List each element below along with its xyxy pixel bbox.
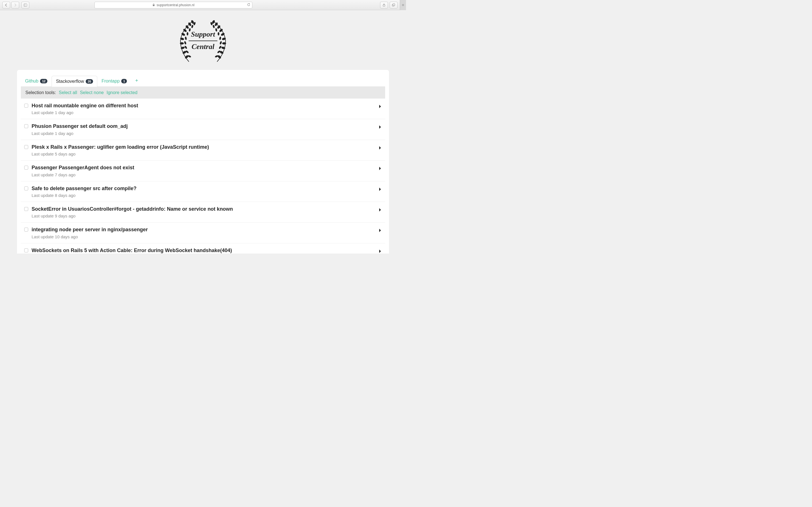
item-checkbox[interactable] [24, 124, 28, 128]
chevron-right-icon[interactable] [378, 187, 382, 193]
select-all-link[interactable]: Select all [59, 90, 77, 95]
forward-button[interactable] [11, 2, 19, 8]
svg-point-21 [184, 41, 187, 45]
tab-add-button[interactable]: + [131, 75, 142, 87]
share-button[interactable] [380, 2, 388, 8]
chevron-right-icon[interactable] [378, 104, 382, 110]
list-item[interactable]: integrating node peer server in nginx/pa… [21, 223, 385, 243]
tab-badge: 12 [40, 79, 47, 83]
item-meta: Last update 1 day ago [32, 131, 375, 136]
lock-icon [152, 3, 155, 7]
list-item[interactable]: SocketError in UsuariosController#forgot… [21, 202, 385, 223]
item-title: Phusion Passenger set default oom_adj [32, 123, 375, 129]
laurel-right-icon [207, 18, 233, 63]
item-meta: Last update 7 days ago [32, 172, 375, 177]
sidebar-toggle-button[interactable] [21, 2, 29, 8]
select-none-link[interactable]: Select none [80, 90, 104, 95]
item-meta: Last update 5 days ago [32, 152, 375, 156]
svg-point-27 [216, 25, 221, 29]
main-card: Github 12 Stackoverflow 26 Frontapp 1 + … [17, 70, 389, 253]
chevron-right-icon[interactable] [378, 125, 382, 131]
chevron-right-icon[interactable] [378, 249, 382, 253]
laurel-left-icon [173, 18, 199, 63]
svg-point-18 [189, 28, 191, 32]
tab-label: Stackoverflow [56, 79, 84, 84]
svg-point-41 [218, 45, 222, 49]
tabs-button[interactable] [390, 2, 398, 8]
item-checkbox[interactable] [24, 248, 28, 252]
item-checkbox[interactable] [24, 104, 28, 108]
svg-point-8 [185, 25, 189, 29]
item-title: integrating node peer server in nginx/pa… [32, 226, 375, 233]
svg-point-39 [219, 37, 221, 40]
page-content: Support Central Github 12 Stackoverflow … [0, 10, 406, 253]
svg-point-19 [187, 32, 188, 36]
item-meta: Last update 8 days ago [32, 193, 375, 198]
svg-point-17 [191, 24, 194, 28]
list-item[interactable]: Passenger PassengerAgent does not exist … [21, 161, 385, 181]
logo-area: Support Central [0, 10, 406, 70]
tab-badge: 26 [86, 79, 93, 83]
url-text: supportcentral.phusion.nl [157, 3, 195, 7]
reload-icon[interactable] [247, 3, 250, 7]
svg-rect-0 [24, 4, 27, 6]
tab-frontapp[interactable]: Frontapp 1 [97, 75, 131, 87]
address-bar[interactable]: supportcentral.phusion.nl [94, 2, 252, 8]
item-title: WebSockets on Rails 5 with Action Cable:… [32, 247, 375, 253]
selection-toolbar: Selection tools: Select all Select none … [21, 87, 385, 99]
list-item[interactable]: Plesk x Rails x Passenger: uglifier gem … [21, 140, 385, 161]
svg-point-24 [188, 55, 191, 58]
svg-point-38 [218, 32, 219, 36]
selection-label: Selection tools: [26, 90, 56, 95]
chevron-right-icon[interactable] [378, 208, 382, 214]
svg-rect-2 [153, 4, 154, 6]
logo: Support Central [173, 18, 233, 63]
tab-github[interactable]: Github 12 [21, 75, 52, 87]
chevron-right-icon[interactable] [378, 166, 382, 172]
svg-point-31 [222, 42, 226, 45]
item-checkbox[interactable] [24, 186, 28, 190]
item-title: Host rail mountable engine on different … [32, 103, 375, 109]
item-checkbox[interactable] [24, 145, 28, 149]
browser-toolbar: supportcentral.phusion.nl + [0, 0, 406, 10]
tab-badge: 1 [121, 79, 127, 83]
item-title: SocketError in UsuariosController#forgot… [32, 206, 375, 212]
item-meta: Last update 10 days ago [32, 234, 375, 239]
new-tab-button[interactable]: + [400, 0, 406, 10]
svg-point-12 [180, 42, 184, 45]
chevron-right-icon[interactable] [378, 146, 382, 152]
svg-point-36 [213, 24, 215, 28]
svg-rect-5 [393, 4, 395, 6]
svg-point-37 [215, 28, 217, 32]
tab-label: Github [25, 78, 38, 83]
list-item[interactable]: Phusion Passenger set default oom_adj La… [21, 119, 385, 140]
item-title: Passenger PassengerAgent does not exist [32, 165, 375, 171]
item-title: Safe to delete passenger src after compi… [32, 185, 375, 192]
item-checkbox[interactable] [24, 166, 28, 170]
item-checkbox[interactable] [24, 228, 28, 231]
item-checkbox[interactable] [24, 207, 28, 211]
item-meta: Last update 1 day ago [32, 110, 375, 115]
tabs-row: Github 12 Stackoverflow 26 Frontapp 1 + [17, 70, 389, 87]
list-item[interactable]: WebSockets on Rails 5 with Action Cable:… [21, 243, 385, 253]
svg-point-22 [184, 45, 188, 49]
list-item[interactable]: Safe to delete passenger src after compi… [21, 181, 385, 202]
item-title: Plesk x Rails x Passenger: uglifier gem … [32, 144, 375, 151]
list-item[interactable]: Host rail mountable engine on different … [21, 99, 385, 119]
item-meta: Last update 9 days ago [32, 214, 375, 218]
ignore-selected-link[interactable]: Ignore selected [107, 90, 137, 95]
svg-point-43 [214, 55, 218, 58]
chevron-right-icon[interactable] [378, 228, 382, 234]
ticket-list: Host rail mountable engine on different … [21, 99, 385, 253]
tab-stackoverflow[interactable]: Stackoverflow 26 [52, 76, 97, 87]
svg-point-40 [219, 41, 222, 45]
svg-point-20 [185, 37, 187, 40]
back-button[interactable] [2, 2, 10, 8]
tab-label: Frontapp [101, 78, 119, 83]
